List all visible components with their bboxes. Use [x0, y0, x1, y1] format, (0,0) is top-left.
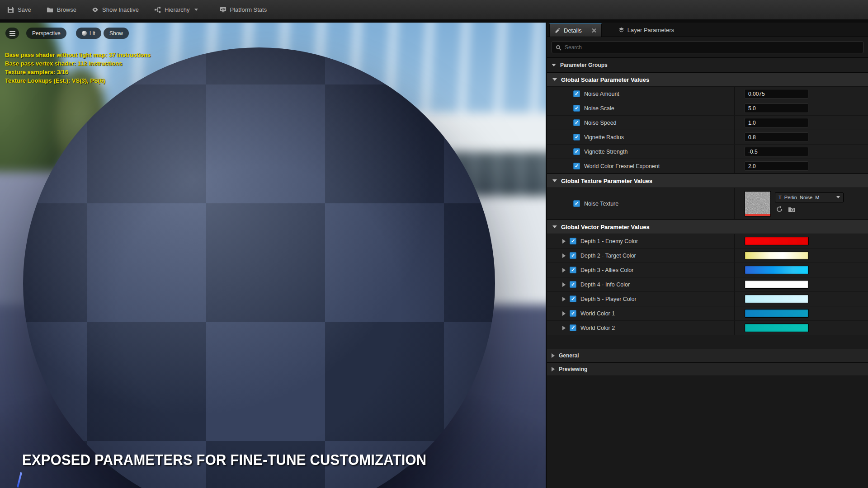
param-name-cell: Noise Amount [547, 87, 735, 101]
param-name-cell: Depth 4 - Info Color [547, 277, 735, 291]
texture-thumbnail[interactable] [745, 191, 771, 216]
platform-stats-button[interactable]: Platform Stats [220, 6, 267, 13]
section-previewing[interactable]: Previewing [547, 362, 868, 376]
color-swatch[interactable] [745, 251, 809, 260]
texture-value-cell: T_Perlin_Noise_M [745, 191, 844, 216]
search-input[interactable] [564, 44, 859, 51]
param-value-cell [735, 280, 809, 289]
vector-param-row: World Color 1 [547, 306, 868, 321]
param-label: Depth 1 - Enemy Color [580, 238, 638, 244]
param-value-cell [735, 132, 808, 142]
use-selected-icon[interactable] [776, 206, 783, 213]
expander-icon[interactable] [562, 282, 566, 287]
stat-line: Base pass shader without light map: 37 i… [5, 51, 151, 59]
texture-param-row: Noise Texture T_Perlin_Noise_M [547, 188, 868, 220]
texture-asset-name: T_Perlin_Noise_M [778, 195, 819, 200]
show-inactive-button[interactable]: Show Inactive [92, 6, 139, 13]
texture-asset-dropdown[interactable]: T_Perlin_Noise_M [775, 192, 844, 202]
hierarchy-icon [154, 6, 161, 13]
checkbox-icon[interactable] [570, 252, 576, 259]
browse-button[interactable]: Browse [47, 6, 76, 13]
lit-mode-button[interactable]: Lit [76, 28, 101, 39]
param-name-cell: Depth 1 - Enemy Color [547, 234, 735, 248]
checkbox-icon[interactable] [573, 148, 580, 155]
expander-icon[interactable] [562, 311, 566, 316]
scalar-param-row: Vignette Radius [547, 130, 868, 145]
param-name-cell: Depth 3 - Allies Color [547, 263, 735, 277]
search-box [552, 41, 863, 53]
close-icon[interactable] [591, 28, 596, 33]
chevron-down-icon [552, 78, 557, 81]
expander-icon[interactable] [562, 253, 566, 258]
checkbox-icon[interactable] [570, 324, 576, 331]
param-value-input[interactable] [745, 103, 808, 113]
expander-icon[interactable] [562, 326, 566, 330]
section-general[interactable]: General [547, 349, 868, 362]
hierarchy-button[interactable]: Hierarchy [154, 6, 198, 13]
scalar-param-row: World Color Fresnel Exponent [547, 159, 868, 174]
checkbox-icon[interactable] [570, 281, 576, 288]
color-swatch[interactable] [745, 280, 809, 289]
top-toolbar: Save Browse Show Inactive Hierarchy Plat… [0, 0, 868, 20]
checkbox-icon[interactable] [570, 296, 576, 302]
perspective-button[interactable]: Perspective [26, 28, 66, 39]
param-value-cell [735, 237, 809, 245]
param-value-cell [735, 295, 809, 303]
expander-icon[interactable] [562, 297, 566, 301]
color-swatch[interactable] [745, 266, 809, 274]
param-label: World Color Fresnel Exponent [584, 163, 660, 169]
hierarchy-label: Hierarchy [165, 6, 190, 13]
param-value-input[interactable] [745, 161, 808, 171]
param-name-cell: World Color Fresnel Exponent [547, 159, 735, 173]
param-label: World Color 1 [580, 310, 615, 317]
color-swatch[interactable] [745, 309, 809, 318]
material-preview-viewport[interactable]: Perspective Lit Show Base pass shader wi… [0, 23, 546, 488]
show-label: Show [109, 30, 123, 37]
color-swatch[interactable] [745, 295, 809, 303]
chevron-down-icon [836, 196, 840, 198]
show-inactive-icon [92, 6, 99, 13]
param-value-input[interactable] [745, 118, 808, 127]
param-value-input[interactable] [745, 132, 808, 142]
checkbox-icon[interactable] [573, 200, 580, 207]
search-icon [556, 45, 560, 49]
expander-icon[interactable] [562, 268, 566, 272]
param-label: Noise Scale [584, 105, 614, 112]
save-button[interactable]: Save [7, 6, 31, 13]
checkbox-icon[interactable] [570, 267, 576, 273]
show-menu-button[interactable]: Show [104, 28, 129, 39]
vector-group-header[interactable]: Global Vector Parameter Values [547, 220, 868, 234]
checkbox-icon[interactable] [573, 163, 580, 169]
checkbox-icon[interactable] [573, 119, 580, 126]
expander-icon [552, 367, 555, 371]
vector-param-row: Depth 4 - Info Color [547, 277, 868, 292]
param-label: Noise Texture [584, 201, 618, 207]
color-swatch[interactable] [745, 237, 809, 245]
checkbox-icon[interactable] [570, 310, 576, 317]
platform-stats-icon [220, 6, 226, 13]
param-name-cell: Depth 5 - Player Color [547, 292, 735, 306]
expander-icon [552, 353, 555, 358]
param-value-input[interactable] [745, 147, 808, 156]
parameter-groups-header[interactable]: Parameter Groups [547, 58, 868, 72]
layers-icon [618, 27, 624, 33]
param-value-input[interactable] [745, 89, 808, 99]
texture-group-header[interactable]: Global Texture Parameter Values [547, 174, 868, 188]
scalar-group-header[interactable]: Global Scalar Parameter Values [547, 72, 868, 87]
viewport-menu-button[interactable] [5, 28, 19, 39]
browse-label: Browse [57, 6, 76, 13]
color-swatch[interactable] [745, 324, 809, 332]
checkbox-icon[interactable] [573, 90, 580, 97]
tab-layer-parameters[interactable]: Layer Parameters [613, 23, 679, 37]
checkbox-icon[interactable] [570, 238, 576, 244]
checkbox-icon[interactable] [573, 105, 580, 112]
browse-to-asset-icon[interactable] [788, 206, 795, 213]
expander-icon[interactable] [562, 239, 566, 244]
scalar-param-row: Vignette Strength [547, 145, 868, 159]
section-previewing-label: Previewing [559, 366, 587, 372]
checkbox-icon[interactable] [573, 134, 580, 141]
param-label: Vignette Strength [584, 149, 627, 155]
param-name-cell: Noise Speed [547, 116, 735, 130]
tab-details[interactable]: Details [549, 23, 602, 37]
show-inactive-label: Show Inactive [102, 6, 139, 13]
